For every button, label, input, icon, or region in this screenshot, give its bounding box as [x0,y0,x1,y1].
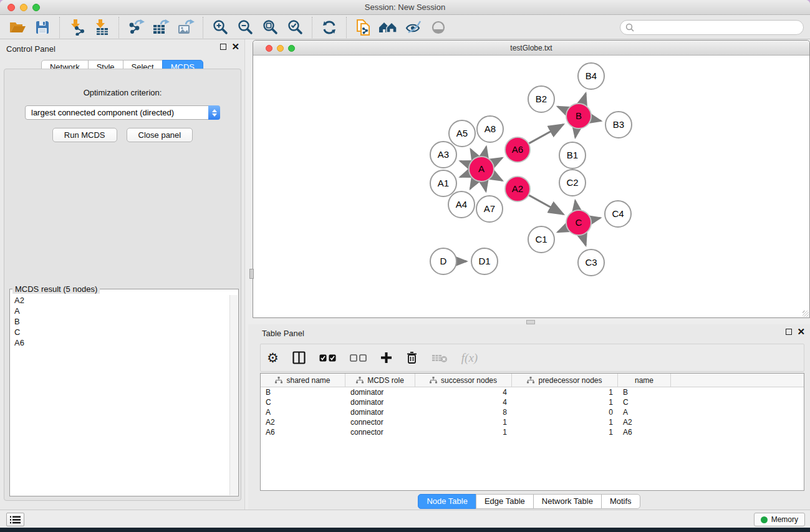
function-builder-button[interactable]: f(x) [461,351,478,365]
graph-edge-A2-C[interactable] [529,195,563,214]
save-session-button[interactable] [30,17,55,38]
graph-edge-A-A6[interactable] [493,158,503,163]
table-cell[interactable]: 1 [512,398,618,407]
export-table-button[interactable] [148,17,173,38]
mcds-result-item[interactable]: A2 [11,295,229,306]
table-cell[interactable]: A2 [618,418,671,427]
search-field[interactable] [620,20,804,35]
table-row[interactable]: Cdominator41C [261,397,804,407]
table-cell[interactable]: 8 [415,408,512,417]
memory-button[interactable]: Memory [754,513,805,526]
table-cell[interactable]: 1 [415,428,512,437]
graph-edge-B-B1[interactable] [576,129,577,138]
zoom-out-button[interactable] [233,17,258,38]
graph-edge-C-C2[interactable] [575,201,576,210]
tab-node-table[interactable]: Node Table [418,494,476,509]
zoom-selected-button[interactable] [282,17,307,38]
graph-edge-A-A3[interactable] [460,161,469,164]
table-cell[interactable]: dominator [345,388,415,397]
home-button[interactable] [376,17,401,38]
show-graphics-button[interactable] [426,17,451,38]
mcds-result-item[interactable]: C [11,327,229,337]
float-table-panel-icon[interactable] [786,329,792,335]
add-column-button[interactable] [380,352,392,364]
graph-edge-C-C3[interactable] [582,235,586,245]
table-cell[interactable]: 1 [512,428,618,437]
delete-table-button[interactable] [432,353,448,363]
table-cell[interactable]: 1 [415,418,512,427]
table-cell[interactable]: A [261,408,345,417]
table-row[interactable]: A2connector11A2 [261,417,804,427]
table-cell[interactable]: 4 [415,398,512,407]
table-cell[interactable]: 0 [512,408,618,417]
graph-edge-A-A1[interactable] [460,173,469,177]
column-header-successor-nodes[interactable]: successor nodes [415,374,512,387]
graph-edge-B-B2[interactable] [557,107,566,110]
table-row[interactable]: Adominator80A [261,407,804,417]
table-cell[interactable]: A6 [618,428,671,437]
table-cell[interactable]: 1 [512,418,618,427]
graph-edge-C-C1[interactable] [557,228,566,232]
deselect-all-button[interactable] [350,354,367,362]
mcds-result-item[interactable]: A [11,306,229,316]
import-network-button[interactable] [64,17,89,38]
task-history-button[interactable] [6,513,24,526]
horizontal-splitter-handle[interactable] [526,320,535,324]
vertical-splitter-handle[interactable] [249,269,254,279]
tab-network-table[interactable]: Network Table [533,494,602,509]
table-settings-button[interactable]: ⚙ [267,351,279,364]
select-all-button[interactable] [319,354,336,362]
copy-network-button[interactable] [351,17,376,38]
column-header-MCDS-role[interactable]: MCDS role [345,374,415,387]
graph-edge-A-A7[interactable] [484,182,486,191]
graph-edge-A-A5[interactable] [471,149,475,157]
table-cell[interactable]: C [261,398,345,407]
graph-edge-A6-B[interactable] [529,125,563,143]
close-panel-icon[interactable]: ✕ [231,44,239,50]
table-cell[interactable]: B [618,388,671,397]
result-scrollbar[interactable] [229,295,238,495]
graph-edge-A-A8[interactable] [484,147,486,156]
table-row[interactable]: A6connector11A6 [261,427,804,437]
graph-edge-C-C4[interactable] [591,218,600,220]
column-header-name[interactable]: name [618,374,671,387]
table-cell[interactable]: dominator [345,398,415,407]
show-columns-button[interactable] [292,351,306,364]
mcds-result-item[interactable]: B [11,316,229,327]
import-table-button[interactable] [89,17,114,38]
mcds-result-item[interactable]: A6 [11,337,229,348]
column-header-predecessor-nodes[interactable]: predecessor nodes [512,374,618,387]
optimization-criterion-select[interactable]: largest connected component (directed) [25,105,220,120]
table-cell[interactable]: 4 [415,388,512,397]
table-cell[interactable]: connector [345,428,415,437]
run-mcds-button[interactable]: Run MCDS [52,128,117,142]
apply-layout-button[interactable] [317,17,342,38]
tab-edge-table[interactable]: Edge Table [476,494,534,509]
export-image-button[interactable] [173,17,198,38]
open-session-button[interactable] [5,17,30,38]
graph-edge-A-A2[interactable] [493,175,502,180]
search-input[interactable] [637,23,798,32]
table-cell[interactable]: A [618,408,671,417]
table-cell[interactable]: C [618,398,671,407]
table-row[interactable]: Bdominator41B [261,387,804,397]
table-cell[interactable]: dominator [345,408,415,417]
delete-column-button[interactable] [406,351,418,364]
graph-edge-B-B4[interactable] [582,94,586,104]
table-cell[interactable]: connector [345,418,415,427]
float-panel-icon[interactable] [220,44,226,50]
close-table-panel-icon[interactable]: ✕ [797,329,805,335]
tab-motifs[interactable]: Motifs [601,494,640,509]
table-cell[interactable]: A6 [261,428,345,437]
zoom-in-button[interactable] [208,17,233,38]
column-header-shared-name[interactable]: shared name [261,374,345,387]
close-panel-button[interactable]: Close panel [127,128,193,142]
table-cell[interactable]: A2 [261,418,345,427]
export-network-button[interactable] [123,17,148,38]
graph-edge-B-B3[interactable] [592,118,601,120]
graph-edge-A-A4[interactable] [470,180,475,188]
table-cell[interactable]: B [261,388,345,397]
network-canvas[interactable]: B4B2BB3A8A5A6A3B1AA1C2A2A4A7C4CC1C3DD1 [253,56,809,317]
hide-graphics-button[interactable] [401,17,426,38]
resize-grip[interactable] [803,311,809,317]
